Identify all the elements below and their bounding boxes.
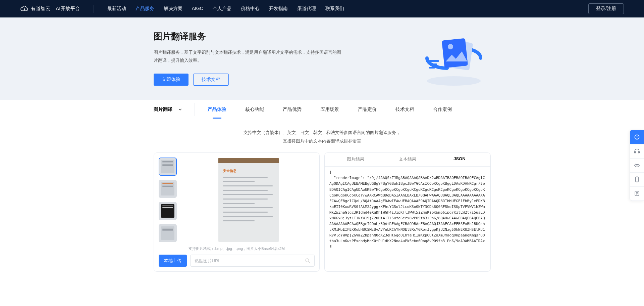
tab-5[interactable]: 技术文档: [395, 100, 414, 119]
url-input-wrapper: [190, 255, 315, 267]
section-desc-line2: 直接将图片中的文本内容翻译成目标语言: [283, 138, 361, 143]
svg-point-14: [637, 181, 637, 182]
preview-area: 安全信息: [183, 158, 315, 242]
svg-rect-2: [441, 38, 468, 68]
thumb-3[interactable]: [159, 202, 177, 220]
result-panel: 图片结果 文本结果 JSON { "renderImage": "/9j/4AA…: [324, 152, 491, 272]
robot-icon: [634, 134, 640, 140]
nav-item-7[interactable]: 渠道代理: [297, 6, 316, 12]
category-dropdown[interactable]: 图片翻译: [154, 103, 195, 116]
section-description: 支持中文（含繁体）、英文、日文、韩文、和法文等多国语言间的图片翻译服务， 直接将…: [154, 129, 491, 145]
nav-item-4[interactable]: 个人产品: [213, 6, 231, 12]
brand-name: 有道智云: [31, 6, 50, 12]
cloud-icon: [20, 5, 28, 13]
thumb-1[interactable]: [159, 158, 177, 176]
format-hint: 支持图片格式：.bmp、.jpg、.png，图片大小Base64后≤2M: [159, 246, 315, 251]
preview-doc-heading: 安全信息: [223, 169, 275, 173]
svg-point-0: [427, 76, 481, 86]
nav-item-8[interactable]: 联系我们: [325, 6, 344, 12]
tab-1[interactable]: 核心功能: [245, 100, 264, 119]
section-tabs-bar: 图片翻译 产品体验 核心功能 产品优势 应用场景 产品定价 技术文档 合作案例: [0, 100, 644, 119]
svg-rect-6: [429, 67, 435, 69]
result-tab-text[interactable]: 文本结果: [381, 153, 433, 166]
category-label: 图片翻译: [154, 106, 172, 113]
nav-item-5[interactable]: 价格中心: [241, 6, 260, 12]
tab-0[interactable]: 产品体验: [208, 100, 226, 119]
thumb-2[interactable]: [159, 180, 177, 198]
hero-illustration: [417, 30, 491, 87]
product-experience-section: 支持中文（含繁体）、英文、日文、韩文、和法文等多国语言间的图片翻译服务， 直接将…: [154, 119, 491, 285]
float-support-button[interactable]: [630, 144, 644, 158]
svg-point-10: [638, 136, 638, 137]
url-input[interactable]: [191, 255, 315, 266]
thumb-4[interactable]: [159, 224, 177, 242]
try-now-button[interactable]: 立即体验: [154, 74, 189, 86]
nav-item-6[interactable]: 开发指南: [269, 6, 288, 12]
svg-point-8: [635, 135, 639, 139]
svg-point-9: [636, 136, 637, 137]
tab-2[interactable]: 产品优势: [283, 100, 302, 119]
result-tabs: 图片结果 文本结果 JSON: [325, 153, 490, 167]
hero-title: 图片翻译服务: [154, 31, 341, 42]
headset-icon: [634, 148, 640, 155]
nav-item-3[interactable]: AIGC: [192, 6, 203, 12]
docs-button[interactable]: 技术文档: [193, 74, 229, 86]
nav-item-1[interactable]: 产品服务: [136, 6, 154, 12]
section-desc-line1: 支持中文（含繁体）、英文、日文、韩文、和法文等多国语言间的图片翻译服务，: [244, 130, 400, 135]
svg-rect-11: [635, 151, 636, 153]
svg-point-7: [306, 259, 309, 262]
chevron-down-icon: [178, 108, 182, 111]
float-feedback-button[interactable]: [630, 186, 644, 201]
float-partner-button[interactable]: [630, 158, 644, 172]
top-nav: 有道智云 · AI开放平台 最新活动 产品服务 解决方案 AIGC 个人产品 价…: [0, 0, 644, 17]
section-tabs: 产品体验 核心功能 产品优势 应用场景 产品定价 技术文档 合作案例: [208, 100, 452, 119]
nav-item-0[interactable]: 最新活动: [107, 6, 126, 12]
svg-rect-4: [429, 60, 439, 62]
result-tab-image[interactable]: 图片结果: [329, 153, 381, 166]
float-mobile-button[interactable]: [630, 172, 644, 186]
tab-6[interactable]: 合作案例: [433, 100, 452, 119]
nav-menu: 最新活动 产品服务 解决方案 AIGC 个人产品 价格中心 开发指南 渠道代理 …: [107, 6, 344, 12]
json-output[interactable]: { "renderImage": "/9j/4AAQSkZJRgABAQAAAQ…: [329, 169, 486, 250]
svg-point-3: [448, 44, 453, 49]
phone-icon: [634, 176, 640, 183]
upload-button[interactable]: 本地上传: [159, 255, 187, 267]
hero-section: 图片翻译服务 图片翻译服务，基于文字识别与文本翻译技术，满足用户翻译图片文字的需…: [0, 17, 644, 100]
login-button[interactable]: 登录/注册: [588, 3, 624, 14]
nav-item-2[interactable]: 解决方案: [164, 6, 182, 12]
brand-logo[interactable]: 有道智云 · AI开放平台: [20, 5, 80, 13]
tab-4[interactable]: 产品定价: [358, 100, 377, 119]
brand-suffix: AI开放平台: [56, 6, 80, 12]
svg-rect-12: [638, 151, 639, 153]
hero-description: 图片翻译服务，基于文字识别与文本翻译技术，满足用户翻译图片文字的需求，支持多国语…: [154, 48, 341, 64]
tab-3[interactable]: 应用场景: [320, 100, 339, 119]
preview-image: 安全信息: [218, 158, 279, 242]
search-icon[interactable]: [305, 258, 310, 263]
result-tab-json[interactable]: JSON: [433, 153, 485, 166]
sample-thumbnails: [159, 158, 177, 242]
note-icon: [634, 190, 640, 197]
float-assistant-button[interactable]: [630, 130, 644, 144]
input-panel: 安全信息 支持图片格式：.bm: [154, 152, 320, 272]
handshake-icon: [634, 162, 640, 169]
svg-rect-5: [429, 63, 437, 65]
float-sidebar: [630, 130, 644, 201]
nav-divider: [94, 5, 94, 13]
